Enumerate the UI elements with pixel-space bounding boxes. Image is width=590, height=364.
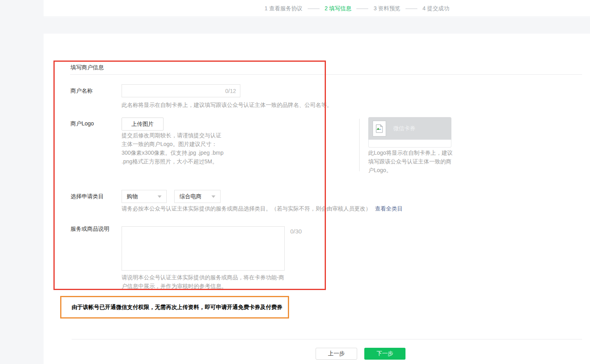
view-all-categories-link[interactable]: 查看全类目 — [375, 205, 403, 212]
chevron-down-icon — [158, 195, 162, 198]
merchant-name-input[interactable] — [122, 85, 225, 97]
preview-vertical-divider — [359, 119, 360, 171]
wechat-pay-notice: 由于该帐号已开通微信支付权限，无需再次上传资料，即可申请开通免费卡券及付费券 — [72, 304, 282, 311]
step-preview-materials: 3 资料预览 — [373, 5, 400, 12]
merchant-logo-label: 商户Logo — [70, 120, 94, 127]
section-divider — [70, 74, 582, 75]
merchant-name-field[interactable]: 0/12 — [122, 84, 240, 97]
prev-step-button[interactable]: 上一步 — [316, 348, 357, 360]
description-help: 请说明本公众号认证主体实际提供的服务或商品，将在卡券功能-商户信息中展示，并作为… — [122, 273, 285, 290]
step-separator — [308, 8, 320, 9]
step-fill-info: 2 填写信息 — [325, 5, 352, 12]
merchant-logo-help: 提交后修改周期较长，请谨慎提交与认证主体一致的商户Logo。图片建议尺寸：300… — [122, 131, 225, 166]
category-primary-select[interactable]: 购物 — [122, 190, 167, 203]
category-secondary-select[interactable]: 综合电商 — [174, 190, 221, 203]
description-label: 服务或商品说明 — [70, 226, 109, 233]
coupon-preview-body — [368, 140, 451, 148]
logo-placeholder-box — [373, 121, 386, 136]
merchant-name-label: 商户名称 — [70, 87, 93, 95]
broken-image-icon — [376, 124, 383, 133]
category-label: 选择申请类目 — [70, 193, 104, 200]
coupon-preview-card: 微信卡券 — [368, 117, 451, 140]
orange-annotation-box: 由于该帐号已开通微信支付权限，无需再次上传资料，即可申请开通免费卡券及付费券 — [60, 296, 289, 318]
chevron-down-icon — [211, 195, 215, 198]
section-title: 填写商户信息 — [70, 64, 104, 71]
coupon-preview-title: 微信卡券 — [393, 125, 415, 132]
step-separator — [356, 8, 368, 9]
footer-divider — [72, 339, 582, 339]
coupon-preview-help: 此Logo将显示在自制卡券上，建议填写跟该公众号认证主体一致的商户Logo。 — [368, 148, 456, 174]
progress-stepper: 1 查看服务协议 2 填写信息 3 资料预览 4 提交成功 — [265, 0, 449, 17]
category-secondary-value: 综合电商 — [179, 193, 202, 200]
left-sidebar-rail — [0, 0, 44, 364]
content-background-band — [44, 17, 590, 34]
step-separator — [405, 8, 417, 9]
step-view-agreement: 1 查看服务协议 — [265, 5, 303, 12]
description-textarea[interactable] — [122, 226, 285, 271]
step-submit-success: 4 提交成功 — [423, 5, 449, 12]
category-primary-value: 购物 — [127, 193, 138, 200]
next-step-button[interactable]: 下一步 — [364, 348, 405, 360]
merchant-name-counter: 0/12 — [225, 88, 240, 94]
category-help: 请务必按本公众号认证主体实际提供的服务或商品选择类目。（若与实际不符，则会由审核… — [122, 205, 371, 212]
category-help-row: 请务必按本公众号认证主体实际提供的服务或商品选择类目。（若与实际不符，则会由审核… — [122, 205, 403, 212]
description-counter: 0/30 — [290, 228, 302, 235]
merchant-name-help: 此名称将显示在自制卡券上，建议填写跟该公众号认证主体一致的品牌名、公司名等。 — [122, 100, 332, 109]
upload-image-button[interactable]: 上传图片 — [122, 118, 164, 131]
